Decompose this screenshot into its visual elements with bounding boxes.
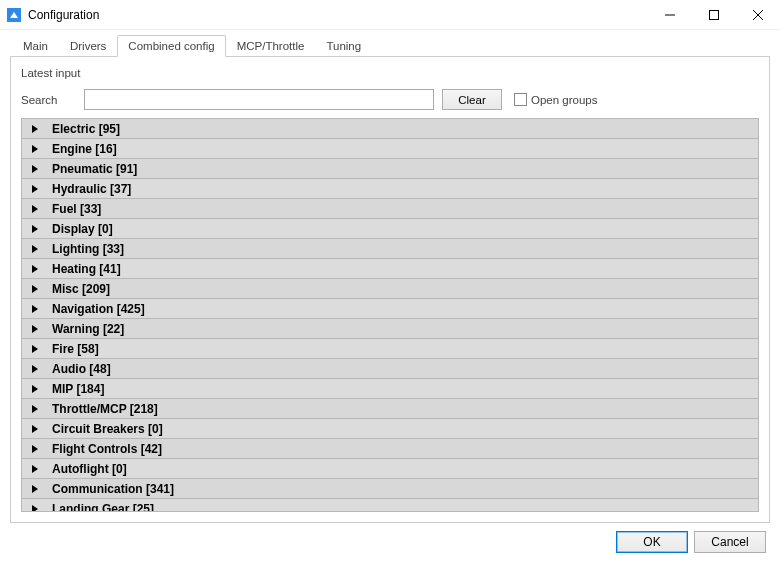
group-row[interactable]: Misc [209] (22, 279, 758, 299)
expand-icon[interactable] (32, 165, 38, 173)
expand-icon[interactable] (32, 365, 38, 373)
expand-icon[interactable] (32, 245, 38, 253)
expand-icon[interactable] (32, 465, 38, 473)
group-row[interactable]: Electric [95] (22, 119, 758, 139)
group-row[interactable]: MIP [184] (22, 379, 758, 399)
group-row[interactable]: Hydraulic [37] (22, 179, 758, 199)
group-list[interactable]: Electric [95]Engine [16]Pneumatic [91]Hy… (21, 118, 759, 512)
group-row[interactable]: Landing Gear [25] (22, 499, 758, 512)
group-row[interactable]: Communication [341] (22, 479, 758, 499)
expand-icon[interactable] (32, 145, 38, 153)
close-button[interactable] (736, 0, 780, 30)
tab-mcp-throttle[interactable]: MCP/Throttle (226, 35, 316, 57)
expand-icon[interactable] (32, 405, 38, 413)
group-row[interactable]: Autoflight [0] (22, 459, 758, 479)
group-label: Electric [95] (52, 122, 120, 136)
expand-icon[interactable] (32, 325, 38, 333)
cancel-button[interactable]: Cancel (694, 531, 766, 553)
open-groups-checkbox-wrap[interactable]: Open groups (514, 93, 598, 106)
expand-icon[interactable] (32, 345, 38, 353)
group-label: Autoflight [0] (52, 462, 127, 476)
search-label: Search (21, 94, 76, 106)
group-row[interactable]: Navigation [425] (22, 299, 758, 319)
expand-icon[interactable] (32, 485, 38, 493)
clear-button[interactable]: Clear (442, 89, 502, 110)
group-row[interactable]: Fuel [33] (22, 199, 758, 219)
window-controls (648, 0, 780, 30)
group-label: Throttle/MCP [218] (52, 402, 158, 416)
group-label: Lighting [33] (52, 242, 124, 256)
group-label: Navigation [425] (52, 302, 145, 316)
app-icon (6, 7, 22, 23)
tab-tuning[interactable]: Tuning (315, 35, 372, 57)
expand-icon[interactable] (32, 505, 38, 513)
group-label: Engine [16] (52, 142, 117, 156)
content-area: MainDriversCombined configMCP/ThrottleTu… (0, 30, 780, 563)
group-label: Pneumatic [91] (52, 162, 137, 176)
group-label: Hydraulic [37] (52, 182, 131, 196)
window-title: Configuration (28, 8, 648, 22)
group-row[interactable]: Display [0] (22, 219, 758, 239)
latest-input-label: Latest input (21, 67, 759, 79)
group-label: Flight Controls [42] (52, 442, 162, 456)
group-row[interactable]: Throttle/MCP [218] (22, 399, 758, 419)
expand-icon[interactable] (32, 285, 38, 293)
group-label: MIP [184] (52, 382, 104, 396)
tab-strip: MainDriversCombined configMCP/ThrottleTu… (10, 34, 770, 57)
group-row[interactable]: Fire [58] (22, 339, 758, 359)
title-bar: Configuration (0, 0, 780, 30)
group-label: Misc [209] (52, 282, 110, 296)
expand-icon[interactable] (32, 225, 38, 233)
group-label: Audio [48] (52, 362, 111, 376)
ok-button[interactable]: OK (616, 531, 688, 553)
tab-drivers[interactable]: Drivers (59, 35, 117, 57)
svg-rect-2 (710, 10, 719, 19)
search-row: Search Clear Open groups (21, 89, 759, 110)
open-groups-label: Open groups (531, 94, 598, 106)
dialog-footer: OK Cancel (10, 523, 770, 553)
group-row[interactable]: Lighting [33] (22, 239, 758, 259)
expand-icon[interactable] (32, 205, 38, 213)
group-label: Warning [22] (52, 322, 124, 336)
group-row[interactable]: Heating [41] (22, 259, 758, 279)
minimize-button[interactable] (648, 0, 692, 30)
group-row[interactable]: Pneumatic [91] (22, 159, 758, 179)
maximize-button[interactable] (692, 0, 736, 30)
expand-icon[interactable] (32, 185, 38, 193)
group-label: Circuit Breakers [0] (52, 422, 163, 436)
group-label: Display [0] (52, 222, 113, 236)
group-row[interactable]: Warning [22] (22, 319, 758, 339)
group-row[interactable]: Audio [48] (22, 359, 758, 379)
tab-combined-config[interactable]: Combined config (117, 35, 225, 57)
group-label: Landing Gear [25] (52, 502, 154, 513)
expand-icon[interactable] (32, 265, 38, 273)
open-groups-checkbox[interactable] (514, 93, 527, 106)
group-row[interactable]: Engine [16] (22, 139, 758, 159)
expand-icon[interactable] (32, 425, 38, 433)
group-row[interactable]: Circuit Breakers [0] (22, 419, 758, 439)
group-label: Fuel [33] (52, 202, 101, 216)
expand-icon[interactable] (32, 445, 38, 453)
search-input[interactable] (84, 89, 434, 110)
group-row[interactable]: Flight Controls [42] (22, 439, 758, 459)
group-label: Fire [58] (52, 342, 99, 356)
group-label: Communication [341] (52, 482, 174, 496)
expand-icon[interactable] (32, 125, 38, 133)
expand-icon[interactable] (32, 305, 38, 313)
expand-icon[interactable] (32, 385, 38, 393)
tab-panel-combined-config: Latest input Search Clear Open groups El… (10, 57, 770, 523)
tab-main[interactable]: Main (12, 35, 59, 57)
group-label: Heating [41] (52, 262, 121, 276)
